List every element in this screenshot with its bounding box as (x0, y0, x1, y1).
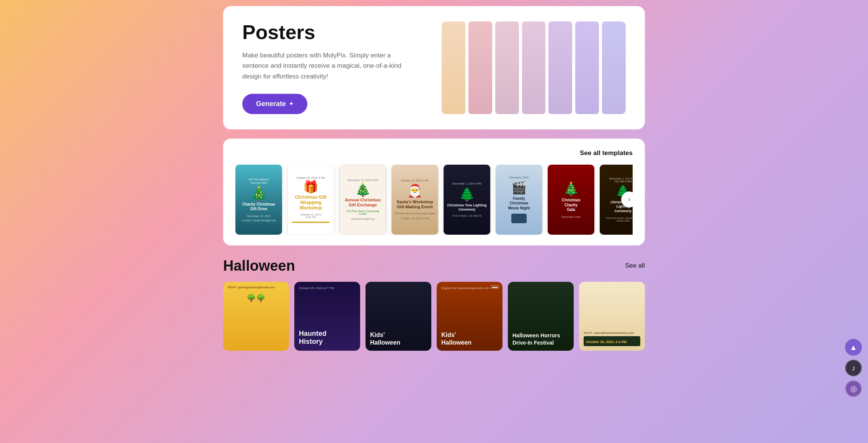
t2-title: Christmas Gift Wrapping Workshop (290, 195, 331, 211)
t8-date-top: December 1, 3-6, 9 PMCity Hall Inside (609, 177, 633, 183)
h4-badge: ▬▬ (490, 285, 499, 289)
h5-title: Halloween HorrorsDrive-In Festival (512, 332, 569, 346)
halloween-card-h5[interactable]: Halloween HorrorsDrive-In Festival (508, 282, 574, 351)
templates-scroll-wrapper: 160 SnowplaceAvenue Hills 🎄 Charity Chri… (235, 165, 633, 235)
hero-content: Posters Make beautiful posters with Moly… (242, 21, 442, 114)
t4-title: Santa's WorkshopGift-Making Event (396, 199, 433, 209)
t3-date-top: December 15, 2024 6 PM (348, 179, 378, 181)
template-card-t1[interactable]: 160 SnowplaceAvenue Hills 🎄 Charity Chri… (235, 165, 282, 235)
t7-date: December 2024 (561, 216, 581, 218)
t5-title: Christmas Tree LightingCeremony (447, 203, 486, 212)
color-bar-1 (442, 21, 465, 114)
t3-contact: info@annualgift.org (351, 217, 375, 220)
generate-label: Generate (256, 100, 286, 108)
t7-tree-icon: 🎄 (563, 181, 579, 196)
hero-card: Posters Make beautiful posters with Moly… (223, 6, 645, 129)
t1-date: December 15, 2023 (247, 215, 270, 217)
halloween-see-all-link[interactable]: See all (625, 262, 645, 270)
color-bar-2 (468, 21, 492, 114)
templates-scroll: 160 SnowplaceAvenue Hills 🎄 Charity Chri… (235, 165, 633, 235)
generate-button[interactable]: Generate ✦ (242, 94, 307, 114)
halloween-card-h6[interactable]: RSVP: cakes@halloweenbakery.com October … (579, 282, 645, 351)
t4-santa-icon: 🎅 (407, 183, 423, 198)
halloween-card-h3[interactable]: Kids'Halloween (365, 282, 431, 351)
color-bar-4 (522, 21, 546, 114)
h6-date-badge: October 20, 2024, 2-4 PM (584, 336, 640, 346)
templates-header: See all templates (235, 149, 633, 157)
color-bar-3 (495, 21, 519, 114)
t1-location: 160 SnowplaceAvenue Hills (248, 178, 269, 185)
halloween-card-h1[interactable]: RSVP: spookyposters@email.com 🌳🌳 (223, 282, 289, 351)
color-bar-5 (548, 21, 572, 114)
tiktok-button[interactable]: ♪ (845, 360, 862, 376)
t6-title: FamilyChristmasMovie Night (508, 196, 530, 211)
h4-title: Kids'Halloween (441, 331, 498, 346)
template-card-t3[interactable]: December 15, 2024 6 PM 🎄 Annual Christma… (339, 165, 386, 235)
t7-title: ChristmasCharityGala (562, 198, 581, 213)
t6-movie-icon: 🎬 (511, 180, 527, 195)
template-card-t5[interactable]: December 1, 2024 8 PM 🌲 Christmas Tree L… (444, 165, 490, 235)
t5-date-top: December 1, 2024 8 PM (452, 182, 481, 185)
h3-title: Kids'Halloween (370, 331, 427, 346)
scroll-up-button[interactable]: ▲ (845, 339, 862, 356)
t3-venue: 125 Pine Street Community Center (342, 210, 383, 215)
h4-register: Register at makeadreepycrafts.com (441, 286, 498, 290)
t2-date-top: October 15, 2024, 6 PM (297, 177, 325, 179)
t2-subtitle: October 15, 20246:30 PM (300, 213, 321, 219)
t5-tree-icon: 🌲 (459, 186, 475, 202)
t6-top: December 2024 (509, 176, 529, 179)
halloween-header: Halloween See all (223, 258, 645, 274)
templates-section: See all templates 160 SnowplaceAvenue Hi… (223, 139, 645, 245)
t4-date-top: October 18, 2024 2 PM (401, 179, 429, 182)
hero-visual (442, 21, 626, 114)
up-icon: ▲ (850, 343, 857, 352)
halloween-title: Halloween (223, 258, 295, 274)
t3-title: Annual ChristmasGift Exchange (345, 198, 381, 208)
t1-tree-icon: 🎄 (250, 187, 268, 201)
template-card-t2[interactable]: October 15, 2024, 6 PM 🎁 Christmas Gift … (287, 165, 334, 235)
t1-contact: Contact: info@charitygift.org (242, 219, 276, 222)
t4-note: October 18, 2024 2 PM (401, 217, 429, 220)
h2-content-bottom: HauntedHistory (299, 330, 356, 346)
color-bar-7 (602, 21, 626, 114)
t2-divider (292, 222, 329, 223)
h6-rsvp: RSVP: cakes@halloweenbakery.com (584, 331, 640, 335)
t1-title: Charity ChristmasGift Drive (242, 202, 275, 212)
sparkle-icon: ✦ (289, 101, 294, 107)
template-card-t4[interactable]: October 18, 2024 2 PM 🎅 Santa's Workshop… (392, 165, 438, 235)
hero-description: Make beautiful posters with MolyPix. Sim… (242, 50, 403, 82)
halloween-card-h4[interactable]: Register at makeadreepycrafts.com Kids'H… (437, 282, 503, 351)
tiktok-icon: ♪ (852, 364, 855, 373)
t8-tagline: Free hot cocoa, caroling, and Santa visi… (602, 217, 633, 222)
see-all-templates-link[interactable]: See all templates (580, 149, 633, 157)
halloween-card-h2[interactable]: October 29, 2024 at 7 PM HauntedHistory (294, 282, 360, 351)
hero-title: Posters (242, 21, 426, 43)
t5-venue: From Haven, US Hall 39 (452, 214, 481, 217)
halloween-cards-row: RSVP: spookyposters@email.com 🌳🌳 October… (223, 282, 645, 351)
t6-screen-decoration (511, 214, 527, 223)
halloween-section: Halloween See all RSVP: spookyposters@em… (223, 255, 645, 354)
template-card-t6[interactable]: December 2024 🎬 FamilyChristmasMovie Nig… (496, 165, 542, 235)
h1-tree-bg: 🌳🌳 (223, 293, 289, 302)
instagram-icon: ◎ (850, 384, 857, 393)
h2-title: HauntedHistory (299, 330, 356, 346)
h2-date-top: October 29, 2024 at 7 PM (299, 286, 356, 290)
template-card-t7[interactable]: 🎄 ChristmasCharityGala December 2024 (548, 165, 594, 235)
t3-tree-icon: 🎄 (355, 183, 371, 196)
t2-gift-icon: 🎁 (303, 181, 318, 193)
t4-venue: 125 Pine Street Community Center (394, 212, 436, 215)
social-sidebar: ▲ ♪ ◎ (845, 339, 862, 397)
color-bar-6 (575, 21, 599, 114)
instagram-button[interactable]: ◎ (845, 380, 862, 397)
h1-rsvp: RSVP: spookyposters@email.com (228, 286, 274, 289)
